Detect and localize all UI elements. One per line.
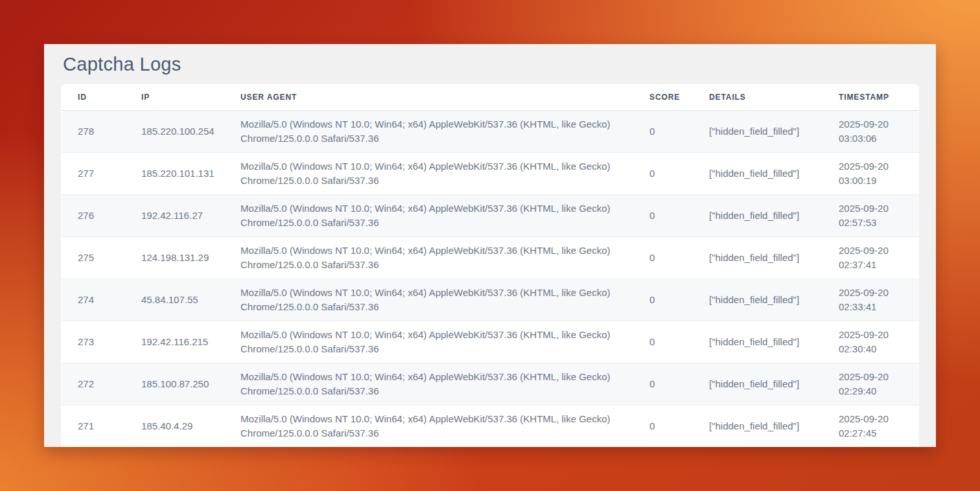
cell-score: 0 — [633, 279, 692, 321]
captcha-logs-table-container: ID IP USER AGENT SCORE DETAILS TIMESTAMP… — [61, 84, 919, 447]
cell-user-agent: Mozilla/5.0 (Windows NT 10.0; Win64; x64… — [224, 363, 633, 405]
cell-timestamp: 2025-09-20 02:29:40 — [822, 363, 919, 405]
cell-details: ["hidden_field_filled"] — [692, 405, 822, 448]
table-row: 276 192.42.116.27 Mozilla/5.0 (Windows N… — [61, 195, 919, 237]
captcha-logs-table: ID IP USER AGENT SCORE DETAILS TIMESTAMP… — [61, 84, 919, 447]
cell-timestamp: 2025-09-20 02:57:53 — [822, 195, 919, 237]
cell-details: ["hidden_field_filled"] — [692, 279, 822, 321]
column-header-details: DETAILS — [692, 84, 822, 111]
cell-details: ["hidden_field_filled"] — [692, 237, 822, 279]
cell-user-agent: Mozilla/5.0 (Windows NT 10.0; Win64; x64… — [224, 237, 633, 279]
cell-id: 276 — [61, 195, 124, 237]
cell-score: 0 — [633, 195, 692, 237]
cell-timestamp: 2025-09-20 02:33:41 — [822, 279, 919, 321]
cell-details: ["hidden_field_filled"] — [692, 363, 822, 405]
cell-details: ["hidden_field_filled"] — [692, 111, 822, 153]
cell-timestamp: 2025-09-20 02:27:45 — [822, 405, 919, 448]
cell-ip: 124.198.131.29 — [124, 237, 224, 279]
cell-id: 271 — [61, 405, 124, 448]
cell-ip: 45.84.107.55 — [124, 279, 224, 321]
cell-timestamp: 2025-09-20 03:03:06 — [822, 111, 919, 153]
cell-id: 278 — [61, 111, 124, 153]
table-header-row: ID IP USER AGENT SCORE DETAILS TIMESTAMP — [61, 84, 919, 111]
table-row: 274 45.84.107.55 Mozilla/5.0 (Windows NT… — [61, 279, 919, 321]
cell-details: ["hidden_field_filled"] — [692, 195, 822, 237]
cell-score: 0 — [633, 363, 692, 405]
cell-timestamp: 2025-09-20 03:00:19 — [822, 153, 919, 195]
cell-user-agent: Mozilla/5.0 (Windows NT 10.0; Win64; x64… — [224, 111, 633, 153]
cell-id: 277 — [61, 153, 124, 195]
cell-user-agent: Mozilla/5.0 (Windows NT 10.0; Win64; x64… — [224, 195, 633, 237]
cell-score: 0 — [633, 153, 692, 195]
column-header-user-agent: USER AGENT — [224, 84, 633, 111]
table-body: 278 185.220.100.254 Mozilla/5.0 (Windows… — [61, 111, 919, 448]
cell-score: 0 — [633, 237, 692, 279]
cell-score: 0 — [633, 321, 692, 363]
column-header-timestamp: TIMESTAMP — [822, 84, 919, 111]
column-header-score: SCORE — [633, 84, 692, 111]
cell-user-agent: Mozilla/5.0 (Windows NT 10.0; Win64; x64… — [224, 279, 633, 321]
cell-score: 0 — [633, 405, 692, 448]
cell-details: ["hidden_field_filled"] — [692, 321, 822, 363]
cell-id: 274 — [61, 279, 124, 321]
cell-score: 0 — [633, 111, 692, 153]
page-title: Captcha Logs — [61, 44, 919, 84]
cell-user-agent: Mozilla/5.0 (Windows NT 10.0; Win64; x64… — [224, 405, 633, 448]
cell-timestamp: 2025-09-20 02:30:40 — [822, 321, 919, 363]
cell-id: 272 — [61, 363, 124, 405]
column-header-id: ID — [61, 84, 124, 111]
cell-user-agent: Mozilla/5.0 (Windows NT 10.0; Win64; x64… — [224, 153, 633, 195]
cell-user-agent: Mozilla/5.0 (Windows NT 10.0; Win64; x64… — [224, 321, 633, 363]
table-row: 273 192.42.116.215 Mozilla/5.0 (Windows … — [61, 321, 919, 363]
page-background: { "page": { "title": "Captcha Logs" }, "… — [0, 0, 980, 491]
cell-timestamp: 2025-09-20 02:37:41 — [822, 237, 919, 279]
cell-ip: 185.100.87.250 — [124, 363, 224, 405]
cell-ip: 192.42.116.27 — [124, 195, 224, 237]
cell-ip: 185.40.4.29 — [124, 405, 224, 448]
cell-id: 275 — [61, 237, 124, 279]
cell-id: 273 — [61, 321, 124, 363]
table-row: 272 185.100.87.250 Mozilla/5.0 (Windows … — [61, 363, 919, 405]
cell-ip: 185.220.100.254 — [124, 111, 224, 153]
cell-ip: 192.42.116.215 — [124, 321, 224, 363]
table-row: 277 185.220.101.131 Mozilla/5.0 (Windows… — [61, 153, 919, 195]
table-row: 275 124.198.131.29 Mozilla/5.0 (Windows … — [61, 237, 919, 279]
table-header: ID IP USER AGENT SCORE DETAILS TIMESTAMP — [61, 84, 919, 111]
table-row: 278 185.220.100.254 Mozilla/5.0 (Windows… — [61, 111, 919, 153]
column-header-ip: IP — [124, 84, 224, 111]
cell-ip: 185.220.101.131 — [124, 153, 224, 195]
cell-details: ["hidden_field_filled"] — [692, 153, 822, 195]
captcha-logs-card: Captcha Logs ID IP USER AGENT SCORE DETA… — [44, 44, 936, 447]
table-row: 271 185.40.4.29 Mozilla/5.0 (Windows NT … — [61, 405, 919, 448]
